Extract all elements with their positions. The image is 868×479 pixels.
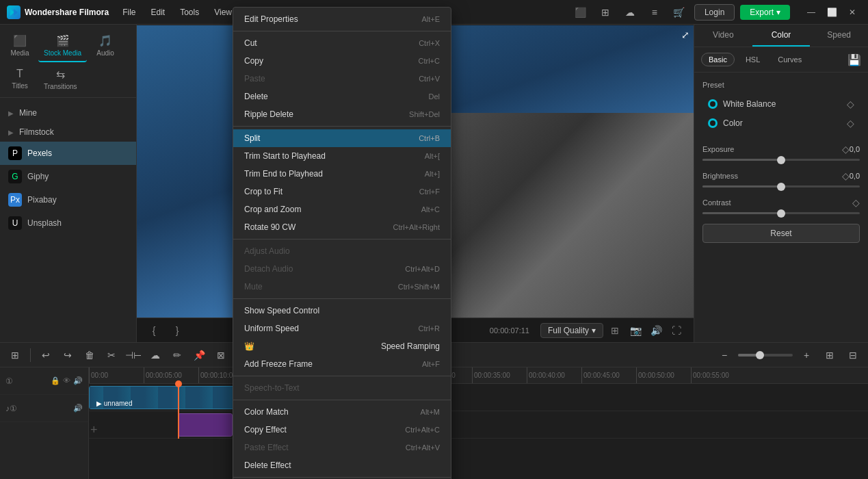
zoom-in-btn[interactable]: + (797, 346, 816, 365)
track-rows: ▶ unnamed + (89, 384, 868, 439)
video-clip[interactable]: ▶ unnamed (89, 386, 239, 409)
color-option[interactable]: Color ◇ (702, 114, 860, 133)
context-menu: Edit Properties Alt+E Cut Ctrl+X Copy Ct… (233, 7, 451, 479)
timeline-redo-btn[interactable]: ↪ (58, 346, 77, 365)
ctx-color-match[interactable]: Color Match Alt+M (233, 403, 451, 421)
menu-edit[interactable]: Edit (144, 5, 172, 20)
sidebar-item-pixabay[interactable]: Px Pixabay (0, 188, 136, 211)
sidebar-item-pexels[interactable]: P Pexels (0, 142, 136, 165)
track-labels: ① 🔒 👁 🔊 ♪① 🔊 (0, 367, 89, 479)
sidebar-item-filmstock[interactable]: ▶ Filmstock (0, 122, 136, 142)
minimize-button[interactable]: — (802, 5, 820, 20)
reset-button[interactable]: Reset (702, 224, 860, 243)
tab-video[interactable]: Video (694, 25, 752, 47)
timeline-box-btn[interactable]: ⊠ (211, 346, 231, 365)
contrast-diamond-icon: ◇ (852, 197, 860, 208)
ctx-edit-properties[interactable]: Edit Properties Alt+E (233, 10, 451, 28)
preview-next-icon[interactable]: } (168, 322, 186, 339)
layout-icon[interactable]: ⊞ (596, 5, 615, 20)
fullscreen-icon[interactable]: ⛶ (668, 322, 685, 339)
ctx-uniform-speed[interactable]: Uniform Speed Ctrl+R (233, 320, 451, 337)
video-track-row: ▶ unnamed (89, 384, 868, 411)
audio-icon-preview[interactable]: 🔊 (647, 322, 665, 339)
ctx-crop-fit[interactable]: Crop to Fit Ctrl+F (233, 183, 451, 200)
export-button[interactable]: Export ▾ (740, 5, 790, 20)
playhead (178, 384, 179, 439)
ctx-delete[interactable]: Delete Del (233, 88, 451, 105)
grid-view-btn[interactable]: ⊞ (820, 346, 839, 365)
sidebar-tab-titles[interactable]: T Titles (3, 64, 37, 94)
sidebar-item-unsplash[interactable]: U Unsplash (0, 211, 136, 235)
timeline-grid-btn[interactable]: ⊞ (5, 346, 25, 365)
ctx-ripple-delete[interactable]: Ripple Delete Shift+Del (233, 105, 451, 123)
ctx-copy[interactable]: Copy Ctrl+C (233, 52, 451, 70)
sidebar-tab-media[interactable]: ⬛ Media (3, 30, 37, 62)
login-button[interactable]: Login (694, 4, 735, 21)
timeline-undo-btn[interactable]: ↩ (36, 346, 55, 365)
cart-icon[interactable]: 🛒 (670, 5, 689, 20)
preview-prev-icon[interactable]: { (145, 322, 163, 339)
ctx-delete-effect[interactable]: Delete Effect (233, 456, 451, 474)
tab-speed[interactable]: Speed (810, 25, 868, 47)
ctx-mute: Mute Ctrl+Shift+M (233, 278, 451, 296)
sidebar-item-mine[interactable]: ▶ Mine (0, 103, 136, 122)
ctx-cut[interactable]: Cut Ctrl+X (233, 34, 451, 52)
white-balance-option[interactable]: White Balance ◇ (702, 94, 860, 114)
cloud-icon[interactable]: ☁ (620, 5, 640, 20)
menu-icon[interactable]: ≡ (645, 5, 664, 20)
menu-tools[interactable]: Tools (173, 5, 206, 20)
track-lock-icon[interactable]: 🔒 (51, 376, 60, 385)
quality-button[interactable]: Full Quality ▾ (540, 323, 603, 338)
sidebar-tab-transitions[interactable]: ⇆ Transitions (38, 64, 83, 94)
maximize-button[interactable]: ⬜ (823, 5, 841, 20)
sub-tab-curves[interactable]: Curves (771, 53, 808, 66)
monitor-icon[interactable]: ⬛ (571, 5, 590, 20)
sub-tab-basic[interactable]: Basic (701, 53, 735, 66)
brightness-thumb[interactable] (777, 183, 785, 191)
ctx-add-freeze[interactable]: Add Freeze Frame Alt+F (233, 355, 451, 373)
add-track-button[interactable]: + (90, 423, 98, 437)
ctx-show-speed[interactable]: Show Speed Control (233, 302, 451, 320)
ctx-divider-2 (233, 126, 451, 127)
exposure-thumb[interactable] (777, 156, 785, 164)
ctx-split[interactable]: Split Ctrl+B (233, 129, 451, 147)
ctx-trim-end[interactable]: Trim End to Playhead Alt+] (233, 165, 451, 183)
ctx-crop-zoom[interactable]: Crop and Zoom Alt+C (233, 200, 451, 218)
ctx-adjust-audio: Adjust Audio (233, 242, 451, 260)
save-preset-icon[interactable]: 💾 (847, 53, 861, 66)
tab-color[interactable]: Color (752, 25, 811, 47)
track-audio-mute-icon[interactable]: 🔊 (73, 404, 83, 413)
contrast-thumb[interactable] (777, 209, 785, 218)
timeline-split-btn[interactable]: ⊣⊢ (124, 346, 143, 365)
exposure-slider[interactable] (702, 159, 860, 161)
sidebar-item-giphy[interactable]: G Giphy (0, 165, 136, 188)
timeline-cloud-btn[interactable]: ☁ (146, 346, 165, 365)
fit-screen-icon[interactable]: ⊞ (606, 322, 624, 339)
expand-btn[interactable]: ⊟ (843, 346, 863, 365)
close-button[interactable]: ✕ (843, 5, 861, 20)
zoom-slider[interactable] (738, 354, 793, 357)
brightness-slider[interactable] (702, 185, 860, 187)
ctx-trim-start[interactable]: Trim Start to Playhead Alt+[ (233, 147, 451, 165)
time-code: 00:00:07:11 (490, 326, 529, 335)
audio-clip[interactable] (178, 413, 233, 437)
timeline-marker-btn[interactable]: ✏ (168, 346, 187, 365)
preview-expand-icon[interactable]: ⤢ (681, 29, 689, 40)
screenshot-icon[interactable]: 📷 (627, 322, 644, 339)
track-audio-icon[interactable]: 🔊 (73, 376, 83, 385)
zoom-out-btn[interactable]: − (715, 346, 734, 365)
menu-file[interactable]: File (116, 5, 142, 20)
ctx-copy-effect[interactable]: Copy Effect Ctrl+Alt+C (233, 421, 451, 439)
timeline-delete-btn[interactable]: 🗑 (80, 346, 99, 365)
ctx-speed-ramping[interactable]: 👑 Speed Ramping (233, 337, 451, 355)
track-eye-icon[interactable]: 👁 (63, 376, 70, 385)
sub-tab-hsl[interactable]: HSL (739, 53, 767, 66)
timeline-pin-btn[interactable]: 📌 (189, 346, 209, 365)
sidebar-tab-audio[interactable]: 🎵 Audio (88, 30, 122, 62)
contrast-slider[interactable] (702, 212, 860, 214)
track-1-icon: ① (5, 376, 13, 386)
ctx-rotate[interactable]: Rotate 90 CW Ctrl+Alt+Right (233, 218, 451, 236)
sidebar-tab-stock-media[interactable]: 🎬 Stock Media (38, 30, 87, 62)
ctx-paste: Paste Ctrl+V (233, 70, 451, 88)
timeline-cut-btn[interactable]: ✂ (102, 346, 121, 365)
